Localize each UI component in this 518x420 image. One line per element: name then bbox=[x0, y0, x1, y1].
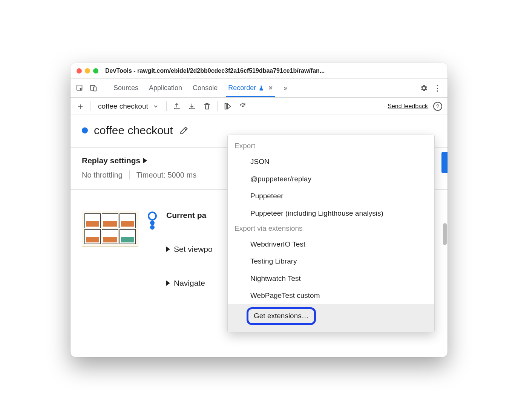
timeline-node bbox=[148, 212, 157, 221]
timeline-node bbox=[150, 225, 155, 230]
step-labels: Current pa Set viewpo Navigate bbox=[166, 211, 213, 288]
export-testing-library[interactable]: Testing Library bbox=[228, 253, 434, 270]
tab-application[interactable]: Application bbox=[148, 80, 183, 97]
replay-button-fragment[interactable] bbox=[441, 152, 448, 173]
svg-rect-3 bbox=[225, 103, 226, 109]
kebab-menu-icon[interactable]: ⋮ bbox=[433, 83, 441, 93]
step-icon[interactable] bbox=[238, 101, 248, 111]
scrollbar-thumb[interactable] bbox=[443, 223, 447, 245]
play-icon[interactable] bbox=[223, 101, 233, 111]
replay-settings-label: Replay settings bbox=[82, 156, 140, 165]
export-icon[interactable] bbox=[172, 101, 182, 111]
step-navigate[interactable]: Navigate bbox=[166, 279, 213, 288]
export-webpagetest[interactable]: WebPageTest custom bbox=[228, 287, 434, 304]
inspect-icon[interactable] bbox=[74, 83, 86, 94]
flask-icon bbox=[258, 85, 264, 91]
export-puppeteer-lighthouse[interactable]: Puppeteer (including Lighthouse analysis… bbox=[228, 205, 434, 222]
export-puppeteer[interactable]: Puppeteer bbox=[228, 187, 434, 205]
export-nightwatch[interactable]: Nightwatch Test bbox=[228, 270, 434, 287]
timeout-value: Timeout: 5000 ms bbox=[136, 171, 196, 179]
delete-icon[interactable] bbox=[202, 101, 212, 111]
svg-point-4 bbox=[242, 106, 243, 107]
more-tabs-button[interactable]: » bbox=[283, 80, 288, 97]
step-set-viewport[interactable]: Set viewpo bbox=[166, 245, 213, 254]
window-controls bbox=[77, 68, 98, 74]
maximize-window-button[interactable] bbox=[93, 68, 98, 74]
import-icon[interactable] bbox=[187, 101, 197, 111]
export-section-title: Export bbox=[228, 139, 434, 153]
chevron-down-icon bbox=[153, 103, 159, 109]
chevron-right-icon bbox=[143, 158, 147, 163]
timeline bbox=[147, 211, 158, 230]
export-via-extensions-title: Export via extensions bbox=[228, 222, 434, 236]
step-label: Set viewpo bbox=[174, 245, 213, 254]
export-webdriverio[interactable]: WebdriverIO Test bbox=[228, 236, 434, 253]
throttling-value: No throttling bbox=[82, 171, 123, 179]
recording-selector-label: coffee checkout bbox=[98, 102, 148, 110]
panel-tabs: Sources Application Console Recorder ✕ » bbox=[113, 80, 407, 97]
minimize-window-button[interactable] bbox=[85, 68, 90, 74]
tabsbar-right: ⋮ bbox=[409, 83, 441, 94]
export-puppeteer-replay[interactable]: @puppeteer/replay bbox=[228, 170, 434, 188]
divider bbox=[412, 83, 412, 94]
recording-status-dot bbox=[82, 127, 88, 133]
help-icon[interactable]: ? bbox=[433, 102, 442, 111]
divider bbox=[90, 101, 90, 111]
export-dropdown: Export JSON @puppeteer/replay Puppeteer … bbox=[227, 135, 435, 332]
divider bbox=[217, 101, 218, 111]
devtools-tabsbar: Sources Application Console Recorder ✕ »… bbox=[70, 79, 448, 98]
chevron-right-icon bbox=[166, 247, 170, 252]
tab-sources[interactable]: Sources bbox=[113, 80, 139, 97]
tab-recorder[interactable]: Recorder ✕ bbox=[227, 80, 274, 97]
recording-selector[interactable]: coffee checkout bbox=[96, 102, 161, 110]
new-recording-button[interactable]: ＋ bbox=[76, 100, 85, 112]
divider bbox=[166, 101, 167, 111]
get-extensions-row[interactable]: Get extensions… bbox=[228, 304, 434, 332]
page-thumbnail bbox=[82, 211, 138, 247]
settings-icon[interactable] bbox=[420, 84, 428, 92]
send-feedback-link[interactable]: Send feedback bbox=[388, 103, 428, 110]
step-label: Navigate bbox=[174, 279, 205, 288]
recording-title: coffee checkout bbox=[94, 124, 173, 137]
titlebar: DevTools - rawgit.com/ebidel/2d2bb0cdec3… bbox=[70, 63, 448, 79]
tab-recorder-label: Recorder bbox=[228, 84, 256, 92]
chevron-right-icon bbox=[166, 281, 170, 286]
edit-icon[interactable] bbox=[179, 126, 189, 135]
window-title: DevTools - rawgit.com/ebidel/2d2bb0cdec3… bbox=[105, 67, 441, 74]
device-toggle-icon[interactable] bbox=[88, 83, 99, 94]
export-json[interactable]: JSON bbox=[228, 153, 434, 170]
recorder-toolbar: ＋ coffee checkout Send feedback ? bbox=[70, 98, 448, 115]
divider bbox=[129, 170, 130, 179]
timeline-node bbox=[150, 221, 155, 225]
current-page-label: Current pa bbox=[166, 211, 213, 220]
devtools-window: DevTools - rawgit.com/ebidel/2d2bb0cdec3… bbox=[70, 63, 448, 357]
svg-rect-2 bbox=[93, 87, 96, 91]
close-window-button[interactable] bbox=[77, 68, 82, 74]
tab-console[interactable]: Console bbox=[192, 80, 218, 97]
get-extensions-button[interactable]: Get extensions… bbox=[247, 307, 316, 325]
close-tab-icon[interactable]: ✕ bbox=[268, 84, 273, 92]
